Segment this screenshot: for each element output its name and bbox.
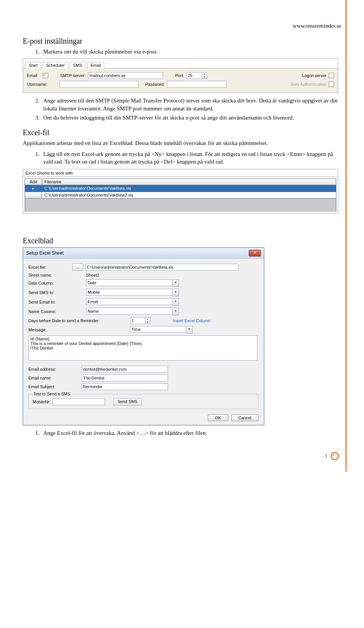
chevron-down-icon[interactable]: ▼: [172, 308, 179, 315]
label-name-column: Name Column:: [28, 309, 70, 314]
section-email-heading: E-post inställningar: [23, 37, 341, 46]
checkbox-safe-auth[interactable]: [329, 82, 334, 87]
chevron-down-icon[interactable]: ▼: [172, 289, 179, 296]
chevron-up-icon[interactable]: ▲: [145, 318, 150, 321]
label-send-sms-to: Send SMS to:: [28, 290, 70, 295]
input-mobile-nr[interactable]: [53, 398, 105, 405]
chevron-down-icon[interactable]: ▼: [145, 321, 150, 324]
label-safe-auth: Safe Authentication: [290, 82, 326, 87]
combo-date-text[interactable]: [86, 279, 172, 286]
sheets-add-button[interactable]: Add: [25, 178, 42, 185]
label-email-name: Email name:: [28, 376, 70, 380]
combo-insert-column[interactable]: ▼: [130, 326, 193, 334]
group-test-sms: Test to Send a SMS MobileNr: Send SMS: [28, 394, 259, 409]
label-send-email-to: Send Email to:: [28, 300, 70, 304]
input-days[interactable]: [130, 317, 145, 324]
textarea-message[interactable]: Hi {Name}, This is a reminder of your De…: [28, 335, 257, 360]
setup-excel-dialog: Setup Excel Sheet ✕ Excel file: ... Shee…: [23, 247, 264, 425]
email-item-3: Om du behöver inloggning till din SMTP-s…: [41, 114, 341, 121]
page-footer: 3: [23, 452, 341, 460]
label-insert-column: Insert Excel Column:: [173, 318, 211, 323]
sheets-col-filename: Filename: [42, 178, 336, 185]
input-username[interactable]: [60, 81, 138, 88]
label-date-column: Date Column:: [28, 281, 70, 285]
label-email-address: Email address:: [28, 367, 70, 371]
email-item-1: Markera om du vill skicka påminnelser vi…: [41, 48, 341, 55]
chevron-down-icon[interactable]: ▼: [202, 76, 207, 79]
header-url: www.smsreminder.se: [23, 23, 341, 29]
value-sheet-name: Sheet1: [86, 273, 99, 277]
spinner-days[interactable]: ▲▼: [130, 317, 150, 324]
row-handle-icon[interactable]: ▸: [25, 185, 42, 192]
group-legend: Test to Send a SMS: [32, 392, 72, 396]
chevron-up-icon[interactable]: ▲: [202, 72, 207, 76]
combo-date-column[interactable]: ▼: [86, 279, 179, 287]
label-password: Password:: [145, 82, 165, 87]
section-excelblad-heading: Excelblad: [23, 236, 341, 245]
table-row[interactable]: ▸ C:\Users\administrator\Documents\Vaktl…: [25, 185, 336, 192]
label-logon-server: Logon server: [302, 73, 326, 78]
ok-button[interactable]: OK: [208, 414, 228, 421]
label-email-subject: Email Subject:: [28, 384, 70, 389]
browse-button[interactable]: ...: [72, 263, 83, 271]
section-excelfil-heading: Excel-fil: [23, 128, 341, 137]
input-port[interactable]: [186, 72, 202, 79]
input-smtp-server[interactable]: [88, 72, 163, 79]
label-message: Message:: [28, 327, 128, 332]
label-mobile-nr: MobileNr:: [33, 400, 50, 404]
sheets-grid[interactable]: Add Filename ▸ C:\Users\administrator\Do…: [25, 178, 336, 212]
cancel-button[interactable]: Cancel: [231, 414, 259, 421]
filename-cell[interactable]: C:\Users\administrator\Documents\Vaktlis…: [42, 185, 336, 192]
tab-email[interactable]: Email: [87, 62, 105, 68]
email-list-cont: Ange adressen till den SMTP (Simple Mail…: [23, 97, 341, 121]
input-password[interactable]: [167, 81, 227, 88]
excelfil-list: Lägg till ett nytt Excel-ark genom att t…: [23, 150, 341, 166]
excelblad-list: Ange Excel-fil för att övervaka. Använd …: [23, 429, 341, 437]
combo-send-email[interactable]: ▼: [86, 298, 179, 306]
chevron-down-icon[interactable]: ▼: [172, 279, 179, 287]
excelfil-item-1: Lägg till ett nytt Excel-ark genom att t…: [41, 150, 341, 166]
logo-ring-icon: [331, 452, 339, 460]
excel-sheets-panel: Excel Sheets to work with Add Filename ▸…: [23, 169, 338, 214]
combo-send-sms[interactable]: ▼: [86, 289, 179, 296]
combo-sms-text[interactable]: [86, 289, 172, 296]
combo-name-text[interactable]: [86, 308, 172, 315]
input-excel-file[interactable]: [85, 264, 238, 271]
combo-name-column[interactable]: ▼: [86, 308, 179, 315]
email-list: Markera om du vill skicka påminnelser vi…: [23, 48, 341, 55]
label-days-before: Days before Date to send a Reminder:: [28, 318, 128, 323]
input-email-subject[interactable]: [82, 383, 168, 390]
label-sheet-name: Sheet name:: [28, 273, 70, 277]
label-email: Email: [27, 73, 41, 78]
label-excel-file: Excel file:: [28, 265, 70, 269]
send-sms-button[interactable]: Send SMS: [113, 398, 142, 406]
checkbox-email[interactable]: [43, 73, 48, 78]
email-item-2: Ange adressen till den SMTP (Simple Mail…: [41, 97, 341, 112]
label-port: Port:: [175, 73, 184, 78]
excelblad-item-1: Ange Excel-fil för att övervaka. Använd …: [41, 429, 341, 437]
filename-cell[interactable]: C:\Users\administrator\Documents\Vaktlis…: [42, 192, 336, 198]
sheets-title: Excel Sheets to work with: [23, 169, 338, 176]
close-icon[interactable]: ✕: [249, 250, 261, 257]
tab-scheduler[interactable]: Scheduler: [42, 62, 68, 68]
input-email-address[interactable]: [82, 366, 168, 373]
spinner-port[interactable]: ▲▼: [186, 72, 207, 79]
row-handle-icon[interactable]: [25, 192, 42, 198]
tab-start[interactable]: Start: [25, 62, 41, 68]
input-email-name[interactable]: [82, 375, 168, 381]
combo-email-text[interactable]: [86, 298, 172, 305]
label-smtp-server: SMTP server:: [60, 73, 86, 78]
page-number: 3: [324, 453, 327, 459]
excelfil-intro: Applikationen arbetar med en lista av Ex…: [23, 139, 341, 147]
email-settings-panel: Start Scheduler SMS Email Email SMTP ser…: [23, 58, 338, 93]
combo-insert-text[interactable]: [130, 326, 186, 333]
dialog-title-text: Setup Excel Sheet: [26, 250, 64, 256]
checkbox-logon[interactable]: [329, 73, 334, 78]
chevron-down-icon[interactable]: ▼: [172, 298, 179, 306]
tab-sms[interactable]: SMS: [70, 62, 86, 68]
label-username: Username:: [27, 82, 50, 87]
chevron-down-icon[interactable]: ▼: [186, 326, 193, 334]
table-row[interactable]: C:\Users\administrator\Documents\Vaktlis…: [25, 192, 336, 198]
